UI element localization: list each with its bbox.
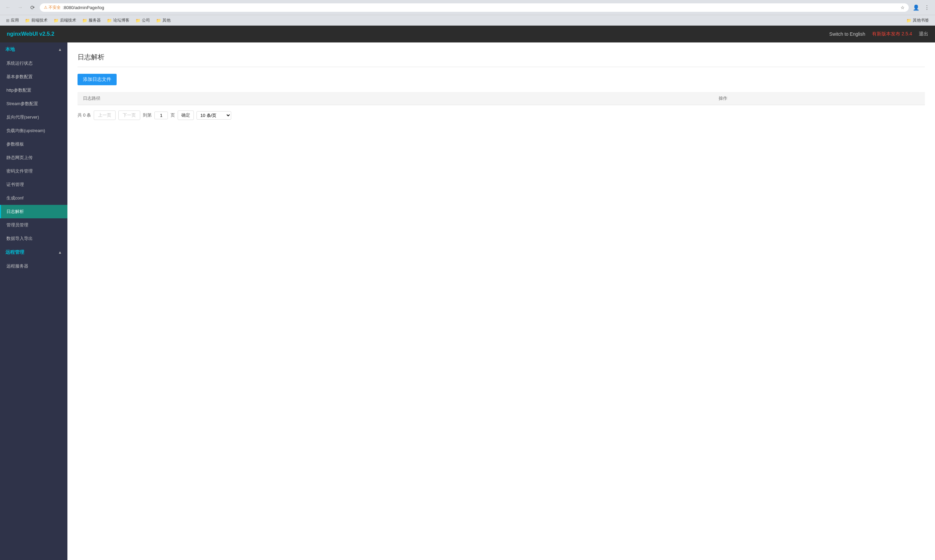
next-page-button[interactable]: 下一页 — [118, 111, 140, 120]
sidebar-item-admin-manage[interactable]: 管理员管理 — [0, 218, 68, 232]
col-log-path: 日志路径 — [77, 92, 713, 105]
sidebar-item-data-import-export[interactable]: 数据导入导出 — [0, 232, 68, 245]
folder-icon-3: 📁 — [82, 18, 87, 23]
layout: 本地 ▲ 系统运行状态 基本参数配置 http参数配置 Stream参数配置 反… — [0, 43, 935, 560]
folder-icon-6: 📁 — [156, 18, 161, 23]
sidebar-item-http-config[interactable]: http参数配置 — [0, 83, 68, 97]
app: nginxWebUI v2.5.2 Switch to English 有新版本… — [0, 26, 935, 560]
chevron-up-icon: ▲ — [58, 47, 62, 52]
sidebar-item-remote-server[interactable]: 远程服务器 — [0, 260, 68, 273]
main-content: 日志解析 添加日志文件 日志路径 操作 共 0 条 上一页 下一页 到第 — [68, 43, 935, 560]
reload-button[interactable]: ⟳ — [28, 3, 37, 12]
bookmark-other-bookmarks[interactable]: 📁 其他书签 — [904, 17, 932, 24]
total-count: 共 0 条 — [77, 112, 91, 118]
bookmark-star-icon[interactable]: ☆ — [901, 5, 905, 10]
new-version-notice[interactable]: 有新版本发布 2.5.4 — [872, 31, 912, 37]
back-button[interactable]: ← — [3, 3, 13, 12]
bookmark-server[interactable]: 📁 服务器 — [80, 17, 103, 24]
browser-actions: 👤 ⋮ — [911, 3, 932, 12]
goto-label: 到第 — [143, 112, 152, 118]
local-section-header[interactable]: 本地 ▲ — [0, 43, 68, 57]
top-nav-actions: Switch to English 有新版本发布 2.5.4 退出 — [829, 31, 928, 37]
sidebar-item-cert-manage[interactable]: 证书管理 — [0, 178, 68, 191]
app-logo: nginxWebUI v2.5.2 — [7, 31, 829, 37]
sidebar-item-param-template[interactable]: 参数模板 — [0, 137, 68, 151]
chevron-down-icon: ▲ — [58, 250, 62, 255]
bookmark-frontend[interactable]: 📁 前端技术 — [22, 17, 50, 24]
table-head: 日志路径 操作 — [77, 92, 925, 105]
folder-icon-right: 📁 — [906, 18, 911, 23]
forward-button[interactable]: → — [15, 3, 25, 12]
sidebar-item-basic-config[interactable]: 基本参数配置 — [0, 70, 68, 83]
bookmark-company[interactable]: 📁 公司 — [133, 17, 152, 24]
bookmark-other[interactable]: 📁 其他 — [153, 17, 173, 24]
logout-button[interactable]: 退出 — [919, 31, 928, 37]
bookmark-apps[interactable]: ⊞ 应用 — [3, 17, 22, 24]
account-button[interactable]: 👤 — [911, 3, 921, 12]
sidebar-item-stream-config[interactable]: Stream参数配置 — [0, 97, 68, 111]
browser-toolbar: ← → ⟳ ⚠ 不安全 :8080/adminPage/log ☆ 👤 ⋮ — [0, 0, 935, 15]
sidebar-item-reverse-proxy[interactable]: 反向代理(server) — [0, 111, 68, 124]
sidebar-item-log-parse[interactable]: 日志解析 — [0, 205, 68, 218]
page-size-select[interactable]: 10 条/页 20 条/页 50 条/页 100 条/页 — [197, 111, 231, 120]
sidebar-item-static-upload[interactable]: 静态网页上传 — [0, 151, 68, 165]
remote-section-header[interactable]: 远程管理 ▲ — [0, 245, 68, 260]
sidebar-item-system-status[interactable]: 系统运行状态 — [0, 57, 68, 70]
address-text: :8080/adminPage/log — [63, 5, 899, 10]
address-bar[interactable]: ⚠ 不安全 :8080/adminPage/log ☆ — [40, 3, 909, 12]
apps-icon: ⊞ — [6, 18, 9, 23]
add-log-file-button[interactable]: 添加日志文件 — [77, 74, 117, 85]
prev-page-button[interactable]: 上一页 — [94, 111, 116, 120]
sidebar-item-load-balance[interactable]: 负载均衡(upstream) — [0, 124, 68, 137]
bookmarks-bar: ⊞ 应用 📁 前端技术 📁 后端技术 📁 服务器 📁 论坛博客 📁 公司 📁 其… — [0, 15, 935, 26]
folder-icon-5: 📁 — [136, 18, 140, 23]
switch-lang-button[interactable]: Switch to English — [829, 31, 865, 37]
security-warning: ⚠ 不安全 — [44, 5, 61, 11]
col-actions: 操作 — [713, 92, 925, 105]
menu-button[interactable]: ⋮ — [922, 3, 932, 12]
page-number-input[interactable] — [154, 112, 168, 119]
browser-chrome: ← → ⟳ ⚠ 不安全 :8080/adminPage/log ☆ 👤 ⋮ ⊞ … — [0, 0, 935, 26]
table-header-row: 日志路径 操作 — [77, 92, 925, 105]
bookmark-forum[interactable]: 📁 论坛博客 — [104, 17, 132, 24]
bookmark-backend[interactable]: 📁 后端技术 — [51, 17, 79, 24]
pagination: 共 0 条 上一页 下一页 到第 页 确定 10 条/页 20 条/页 50 条… — [77, 111, 925, 120]
confirm-page-button[interactable]: 确定 — [178, 111, 194, 120]
folder-icon: 📁 — [25, 18, 30, 23]
sidebar-item-password-file[interactable]: 密码文件管理 — [0, 165, 68, 178]
sidebar: 本地 ▲ 系统运行状态 基本参数配置 http参数配置 Stream参数配置 反… — [0, 43, 68, 560]
folder-icon-2: 📁 — [54, 18, 59, 23]
sidebar-item-gen-conf[interactable]: 生成conf — [0, 191, 68, 205]
folder-icon-4: 📁 — [107, 18, 112, 23]
page-label: 页 — [171, 112, 175, 118]
page-title: 日志解析 — [77, 52, 925, 67]
top-nav: nginxWebUI v2.5.2 Switch to English 有新版本… — [0, 26, 935, 43]
data-table: 日志路径 操作 — [77, 92, 925, 105]
